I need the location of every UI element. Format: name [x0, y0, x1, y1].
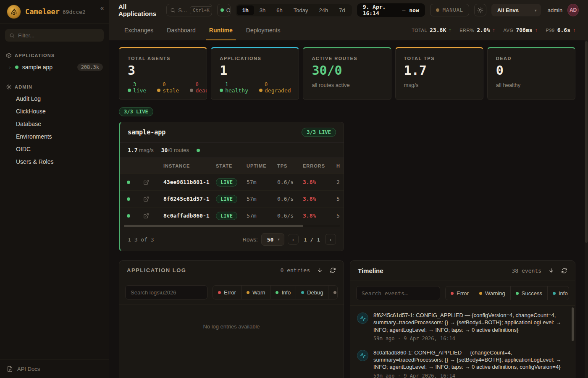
range-button-today[interactable]: Today — [288, 5, 314, 15]
log-search-input[interactable] — [131, 289, 202, 296]
sample-app-card: sample-app 3/3 LIVE 1.7 msg/s 30/0 route… — [119, 122, 344, 251]
sidebar-item-clickhouse[interactable]: ClickHouse — [0, 105, 109, 118]
card-title: TOTAL TPS — [404, 56, 475, 61]
timeline-title: Timeline — [358, 267, 383, 274]
page-scrollbar[interactable] — [585, 40, 588, 378]
brand-version: 69dcce2 — [63, 9, 86, 15]
download-icon[interactable] — [317, 267, 323, 273]
sidebar-filter-input[interactable] — [18, 32, 100, 39]
stat-err-label: ERR% — [459, 28, 474, 33]
app-name: sample-app — [128, 129, 165, 136]
sidebar-item-users-roles[interactable]: Users & Roles — [0, 155, 109, 168]
range-button-1h[interactable]: 1h — [237, 5, 254, 15]
rows-per-page-label: Rows: — [243, 236, 258, 243]
refresh-icon[interactable] — [330, 267, 336, 273]
tab-deployments[interactable]: Deployments — [240, 20, 286, 40]
rows-per-page-select[interactable]: 50 ▾ — [261, 233, 284, 246]
applications-section-header: APPLICATIONS — [0, 47, 109, 61]
prev-page-button[interactable]: ‹ — [288, 234, 299, 245]
api-docs-link[interactable]: API Docs — [0, 360, 109, 378]
chevron-down-icon: ▾ — [535, 8, 537, 13]
activity-icon — [357, 312, 368, 324]
global-search[interactable]: S… Ctrl+K — [166, 4, 212, 16]
card-value: 0 — [496, 64, 567, 77]
table-row[interactable]: 8c0affadb860-1 LIVE 57m 0.6/s 3.8% 5 — [120, 207, 344, 224]
rows-per-page-value: 50 — [267, 236, 274, 243]
gear-icon — [6, 84, 12, 90]
stale-count: 0 — [163, 82, 179, 88]
stat-avg-value: 708ms — [516, 27, 532, 33]
card-value: 1 — [220, 64, 290, 77]
sidebar-item-sample-app[interactable]: › sample app 208.3k — [0, 61, 109, 74]
range-button-24h[interactable]: 24h — [313, 5, 333, 15]
tab-runtime[interactable]: Runtime — [203, 20, 239, 40]
filter-info[interactable]: Info — [270, 286, 296, 299]
timeline-search-input[interactable] — [362, 290, 435, 297]
table-footer: 1-3 of 3 Rows: 50 ▾ ‹ 1 / 1 › — [120, 229, 344, 251]
filter-info[interactable]: Info — [547, 286, 569, 300]
summary-stats: TOTAL 23.8K ↑ ERR% 2.0% ↑ AVG 708ms ↑ P9… — [412, 20, 579, 40]
scrollbar-thumb[interactable] — [124, 225, 303, 227]
table-row[interactable]: 43ee9811b801-1 LIVE 57m 0.6/s 3.8% 2 — [120, 173, 344, 190]
sidebar-collapse-icon[interactable]: « — [100, 4, 104, 11]
date-separator: — — [402, 7, 405, 13]
external-link-icon[interactable] — [137, 179, 157, 185]
filter-warning[interactable]: Warning — [474, 286, 510, 300]
filter-error[interactable]: Error — [446, 286, 474, 300]
filter-success[interactable]: Success — [510, 286, 547, 300]
card-substats: 1healthy 0degraded 0critical — [220, 82, 290, 94]
app-live-badge: 3/3 LIVE — [302, 128, 336, 137]
cameleer-logo-icon — [7, 5, 21, 19]
row-range-label: 1-3 of 3 — [128, 236, 154, 243]
sidebar-item-database[interactable]: Database — [0, 118, 109, 130]
live-summary-strip: 3/3 LIVE — [119, 107, 575, 116]
timeline-search[interactable] — [356, 286, 440, 300]
timeline-events-list[interactable]: 8f6245c61d57-1: CONFIG_APPLIED — {config… — [350, 306, 575, 378]
col-tps: TPS — [271, 163, 297, 168]
timeline-scrollbar-thumb[interactable] — [572, 307, 574, 341]
table-row[interactable]: 8f6245c61d57-1 LIVE 57m 0.6/s 3.8% 5 — [120, 190, 344, 207]
refresh-icon[interactable] — [561, 268, 567, 274]
timeline-event[interactable]: 8f6245c61d57-1: CONFIG_APPLIED — {config… — [357, 312, 569, 341]
horizontal-scrollbar[interactable] — [124, 225, 340, 227]
download-icon[interactable] — [548, 268, 554, 274]
debug-dot — [301, 291, 304, 294]
card-total-tps: TOTAL TPS 1.7 msg/s — [395, 47, 483, 100]
filter-trace[interactable]: Trace — [328, 286, 338, 299]
card-total-agents: TOTAL AGENTS 3 3live 0stale 0dead — [119, 47, 207, 100]
stat-cards-row: TOTAL AGENTS 3 3live 0stale 0dead APPLIC… — [119, 47, 575, 100]
theme-toggle-button[interactable] — [474, 4, 486, 16]
manual-mode-button[interactable]: MANUAL — [430, 4, 469, 16]
sidebar-item-environments[interactable]: Environments — [0, 130, 109, 143]
date-from: 9. Apr. 16:14 — [363, 4, 399, 16]
sidebar-filter[interactable] — [5, 29, 104, 42]
range-button-7d[interactable]: 7d — [333, 5, 350, 15]
log-search[interactable] — [125, 285, 207, 299]
next-page-button[interactable]: › — [325, 234, 336, 245]
filter-error[interactable]: Error — [213, 286, 241, 299]
filter-debug[interactable]: Debug — [296, 286, 328, 299]
sidebar-item-oidc[interactable]: OIDC — [0, 143, 109, 155]
range-button-6h[interactable]: 6h — [271, 5, 288, 15]
username-label: admin — [548, 7, 562, 13]
stat-err-value: 2.0% — [477, 27, 490, 33]
timeline-event[interactable]: 8c0affadb860-1: CONFIG_APPLIED — {change… — [357, 349, 569, 378]
tab-exchanges[interactable]: Exchanges — [118, 20, 159, 40]
external-link-icon[interactable] — [137, 213, 157, 219]
chevron-right-icon[interactable]: › — [8, 65, 11, 70]
range-button-3h[interactable]: 3h — [254, 5, 271, 15]
environment-select[interactable]: All Envs ▾ — [491, 4, 541, 16]
date-range-display[interactable]: 9. Apr. 16:14 — now — [357, 3, 425, 17]
external-link-icon[interactable] — [137, 196, 157, 202]
avatar[interactable]: AD — [567, 4, 579, 16]
log-filter-row: Error Warn Info Debug Trace — [119, 280, 344, 305]
live-count: 3 — [133, 82, 146, 88]
timeline-header: Timeline 38 events — [350, 261, 575, 281]
page-scrollbar-thumb[interactable] — [585, 41, 588, 243]
tab-dashboard[interactable]: Dashboard — [161, 20, 202, 40]
trace-dot — [333, 291, 336, 294]
live-dot — [128, 89, 131, 92]
connection-status-indicator[interactable]: O — [217, 4, 231, 16]
sidebar-item-audit-log[interactable]: Audit Log — [0, 92, 109, 105]
filter-warn[interactable]: Warn — [241, 286, 270, 299]
